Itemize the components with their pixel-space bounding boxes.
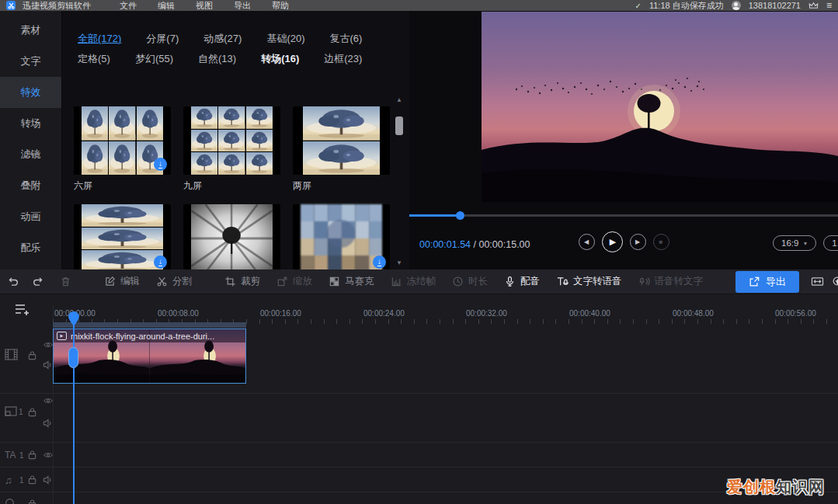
delete-button[interactable]	[60, 276, 71, 287]
download-badge-icon[interactable]: ↓	[373, 255, 386, 269]
previous-frame-button[interactable]: ◀	[579, 234, 595, 250]
tab-splitscreen[interactable]: 分屏(7)	[146, 32, 179, 45]
track2-lock-toggle[interactable]	[27, 407, 37, 417]
redo-button[interactable]	[32, 276, 44, 288]
ruler-label: 00:00:40.00	[569, 309, 610, 318]
microphone-icon	[504, 276, 516, 287]
text-track-icon: TA	[5, 450, 16, 461]
timeline-clip[interactable]: ▶ mixkit-flock-flying-around-a-tree-duri…	[53, 328, 246, 384]
track1-visibility-toggle[interactable]	[43, 341, 54, 349]
record-track-icon	[5, 498, 15, 504]
chevron-down-icon: ▼	[802, 241, 808, 246]
fit-timeline-button[interactable]	[811, 276, 824, 287]
track1-mute-toggle[interactable]	[43, 360, 53, 370]
effect-thumb-nine-screen[interactable]	[183, 106, 280, 175]
timeline-panel: 00:00:00.00 00:00:08.00 00:00:16.00 00:0…	[0, 294, 838, 504]
speech-to-text-button[interactable]: 语音转文字	[638, 275, 704, 288]
six-screen-preview	[82, 106, 163, 175]
playhead-clip-handle[interactable]	[68, 347, 78, 368]
effect-thumb-radial-zoom[interactable]	[183, 204, 280, 269]
track1-lock-toggle[interactable]	[27, 350, 37, 360]
play-button[interactable]: ▶	[602, 231, 623, 252]
split-button[interactable]: 分割	[156, 275, 192, 288]
aspect-ratio-dropdown[interactable]: 16:9 ▼	[773, 235, 816, 251]
account-avatar[interactable]	[732, 1, 741, 10]
add-track-button[interactable]	[15, 303, 30, 316]
speed-dropdown[interactable]: 1.0 ▼	[823, 235, 838, 251]
text-to-speech-button[interactable]: 文字转语音	[556, 275, 622, 288]
playhead-line[interactable]	[73, 313, 75, 504]
track5-lock-toggle[interactable]	[27, 499, 37, 504]
export-button[interactable]: 导出	[735, 271, 799, 293]
mosaic-preview	[301, 204, 382, 269]
export-label: 导出	[766, 275, 786, 289]
edit-button[interactable]: 编辑	[104, 275, 140, 288]
scroll-down-icon[interactable]: ▼	[396, 259, 402, 266]
tab-freeze[interactable]: 定格(5)	[78, 52, 110, 65]
download-badge-icon[interactable]: ↓	[154, 158, 167, 171]
account-number: 13818102271	[749, 1, 801, 10]
tab-basic[interactable]: 基础(20)	[266, 32, 304, 45]
track3-visibility-toggle[interactable]	[43, 451, 54, 459]
menu-file[interactable]: 文件	[120, 0, 137, 12]
track3-lock-toggle[interactable]	[27, 450, 37, 460]
freeze-frame-button[interactable]: 冻结帧	[391, 275, 436, 288]
tab-retro[interactable]: 复古(6)	[330, 32, 363, 45]
effect-thumb-mosaic[interactable]: ↓	[293, 204, 390, 269]
effect-thumb-two-screen[interactable]	[293, 106, 390, 175]
tab-transition[interactable]: 转场(16)	[261, 52, 299, 65]
menu-help[interactable]: 帮助	[272, 0, 289, 12]
scale-button[interactable]: 缩放	[276, 275, 312, 288]
sidebar-label: 滤镜	[21, 148, 41, 162]
undo-button[interactable]	[7, 276, 19, 288]
tab-all[interactable]: 全部(172)	[78, 32, 121, 45]
hamburger-menu-icon[interactable]: ≡	[826, 0, 832, 11]
menu-export[interactable]: 导出	[234, 0, 251, 12]
seekbar-knob[interactable]	[456, 211, 464, 220]
mosaic-button[interactable]: 马赛克	[329, 275, 374, 288]
next-frame-button[interactable]: ▶	[630, 234, 646, 250]
preview-seekbar[interactable]	[409, 214, 838, 217]
tab-border[interactable]: 边框(23)	[324, 52, 362, 65]
vip-crown-icon[interactable]	[808, 2, 819, 9]
dub-button[interactable]: 配音	[504, 275, 540, 288]
menu-edit[interactable]: 编辑	[158, 0, 175, 12]
track2-count-badge: 1	[19, 408, 23, 416]
scrollbar-thumb[interactable]	[395, 116, 403, 135]
tab-dream[interactable]: 梦幻(55)	[135, 52, 173, 65]
tab-dynamic[interactable]: 动感(27)	[203, 32, 242, 45]
effects-scrollbar[interactable]: ▲ ▼	[395, 96, 405, 266]
seekbar-progress	[409, 214, 461, 217]
sidebar-item-music[interactable]: 配乐	[0, 232, 61, 263]
mosaic-label: 马赛克	[345, 275, 374, 288]
track4-lock-toggle[interactable]	[27, 474, 37, 485]
duration-button[interactable]: 时长	[452, 275, 488, 288]
crop-button[interactable]: 裁剪	[224, 275, 260, 288]
track3-count-badge: 1	[19, 451, 24, 460]
tab-nature[interactable]: 自然(13)	[198, 52, 236, 65]
sidebar-item-text[interactable]: 文字	[0, 46, 61, 77]
scroll-up-icon[interactable]: ▲	[396, 96, 402, 103]
sidebar-item-effects[interactable]: 特效	[0, 77, 61, 108]
video-preview-frame[interactable]	[482, 12, 838, 202]
track4-mute-toggle[interactable]	[43, 475, 53, 485]
overlay-track-icon	[5, 406, 17, 416]
menu-view[interactable]: 视图	[196, 0, 213, 12]
duration-label: 时长	[468, 275, 488, 288]
clip-title-bar: ▶ mixkit-flock-flying-around-a-tree-duri…	[54, 329, 245, 342]
video-editor-window: 迅捷视频剪辑软件 文件 编辑 视图 导出 帮助 ✓ 11:18 自动保存成功 1…	[0, 0, 838, 504]
sidebar-item-filters[interactable]: 滤镜	[0, 139, 61, 170]
download-badge-icon[interactable]: ↓	[154, 255, 167, 269]
track2-mute-toggle[interactable]	[43, 419, 53, 428]
playhead-marker[interactable]	[68, 311, 79, 326]
effect-thumb-three-screen[interactable]: ↓	[74, 204, 171, 269]
split-label: 分割	[172, 275, 192, 288]
sidebar-item-animation[interactable]: 动画	[0, 201, 61, 232]
video-clip-icon: ▶	[57, 332, 67, 340]
sidebar-item-overlays[interactable]: 叠附	[0, 170, 61, 201]
sidebar-item-transitions[interactable]: 转场	[0, 108, 61, 139]
stop-button[interactable]: ■	[653, 234, 669, 250]
sidebar-item-media[interactable]: 素材	[0, 15, 61, 46]
effect-thumb-six-screen[interactable]: ↓	[74, 106, 171, 175]
track2-visibility-toggle[interactable]	[43, 397, 54, 405]
